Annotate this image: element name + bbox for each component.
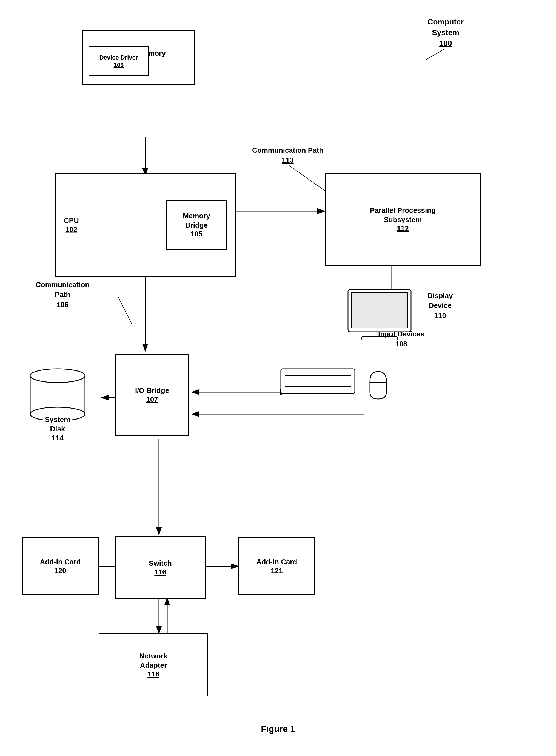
system-disk: System Disk 114	[25, 365, 91, 442]
svg-rect-18	[351, 292, 408, 328]
device-driver-box: Device Driver 103	[89, 46, 149, 76]
cylinder-icon	[25, 365, 91, 420]
input-devices-label: Input Devices 108	[378, 329, 424, 349]
cpu-memory-outer-box: CPU 102 Memory Bridge 105	[55, 173, 236, 277]
memory-bridge-box: Memory Bridge 105	[166, 200, 227, 250]
system-memory-box: System Memory 104 Device Driver 103	[82, 30, 195, 85]
svg-line-16	[425, 50, 444, 60]
comm-path-106-label: Communication Path 106	[36, 280, 89, 309]
mouse-icon	[367, 370, 389, 401]
add-in-card-120-box: Add-In Card 120	[22, 537, 99, 595]
display-device-label: Display Device 110	[427, 291, 453, 321]
figure-caption: Figure 1	[261, 724, 295, 734]
cs-arrow	[422, 46, 449, 63]
network-adapter-box: Network Adapter 118	[99, 633, 208, 696]
parallel-processing-box: Parallel Processing Subsystem 112	[325, 173, 481, 266]
switch-box: Switch 116	[115, 536, 206, 599]
diagram: Computer System 100 System Memory 104 De…	[0, 0, 556, 756]
keyboard-svg	[279, 367, 356, 400]
mouse-svg	[367, 370, 389, 400]
svg-line-6	[118, 296, 132, 324]
keyboard-icon	[279, 367, 356, 401]
computer-system-label: Computer System 100	[427, 17, 464, 49]
comm-path-113-label: Communication Path 113	[252, 145, 323, 165]
add-in-card-121-box: Add-In Card 121	[238, 537, 315, 595]
io-bridge-box: I/O Bridge 107	[115, 354, 189, 436]
